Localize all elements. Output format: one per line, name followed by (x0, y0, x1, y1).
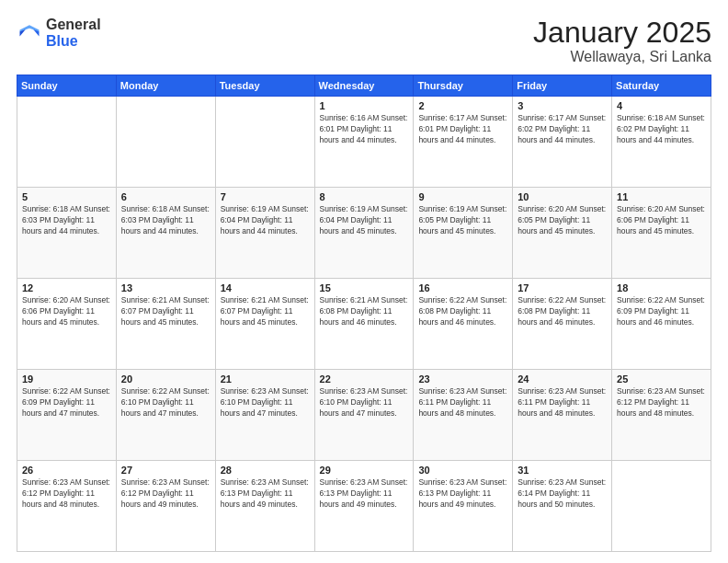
day-info: Sunrise: 6:17 AM Sunset: 6:01 PM Dayligh… (418, 113, 507, 146)
day-number: 19 (22, 373, 111, 385)
table-row: 31Sunrise: 6:23 AM Sunset: 6:14 PM Dayli… (513, 461, 612, 552)
col-monday: Monday (116, 75, 215, 97)
day-info: Sunrise: 6:23 AM Sunset: 6:11 PM Dayligh… (418, 386, 507, 419)
day-number: 16 (418, 282, 507, 293)
col-wednesday: Wednesday (314, 75, 414, 97)
table-row: 14Sunrise: 6:21 AM Sunset: 6:07 PM Dayli… (215, 279, 314, 370)
day-info: Sunrise: 6:18 AM Sunset: 6:03 PM Dayligh… (22, 204, 111, 237)
day-number: 28 (221, 465, 310, 476)
table-row: 29Sunrise: 6:23 AM Sunset: 6:13 PM Dayli… (314, 461, 414, 552)
day-info: Sunrise: 6:23 AM Sunset: 6:13 PM Dayligh… (221, 477, 310, 511)
calendar-title: January 2025 (533, 17, 711, 49)
col-friday: Friday (513, 75, 612, 97)
day-info: Sunrise: 6:21 AM Sunset: 6:07 PM Dayligh… (221, 295, 310, 328)
day-number: 3 (518, 100, 607, 111)
day-number: 1 (320, 100, 409, 111)
day-info: Sunrise: 6:21 AM Sunset: 6:08 PM Dayligh… (320, 295, 409, 328)
table-row (17, 97, 117, 188)
table-row: 16Sunrise: 6:22 AM Sunset: 6:08 PM Dayli… (414, 279, 513, 370)
table-row: 17Sunrise: 6:22 AM Sunset: 6:08 PM Dayli… (513, 279, 612, 370)
day-number: 22 (320, 373, 409, 385)
day-info: Sunrise: 6:20 AM Sunset: 6:06 PM Dayligh… (22, 295, 111, 328)
table-row: 6Sunrise: 6:18 AM Sunset: 6:03 PM Daylig… (116, 188, 215, 279)
day-info: Sunrise: 6:22 AM Sunset: 6:09 PM Dayligh… (22, 386, 111, 419)
day-number: 12 (22, 282, 111, 293)
table-row: 22Sunrise: 6:23 AM Sunset: 6:10 PM Dayli… (314, 370, 414, 461)
day-info: Sunrise: 6:20 AM Sunset: 6:05 PM Dayligh… (518, 204, 607, 237)
table-row: 9Sunrise: 6:19 AM Sunset: 6:05 PM Daylig… (414, 188, 513, 279)
table-row: 28Sunrise: 6:23 AM Sunset: 6:13 PM Dayli… (215, 461, 314, 552)
day-info: Sunrise: 6:23 AM Sunset: 6:12 PM Dayligh… (121, 477, 210, 511)
header: General Blue January 2025 Wellawaya, Sri… (17, 17, 711, 65)
day-number: 11 (617, 191, 706, 202)
table-row: 2Sunrise: 6:17 AM Sunset: 6:01 PM Daylig… (414, 97, 513, 188)
calendar-week-row: 12Sunrise: 6:20 AM Sunset: 6:06 PM Dayli… (17, 279, 711, 370)
table-row: 7Sunrise: 6:19 AM Sunset: 6:04 PM Daylig… (215, 188, 314, 279)
day-number: 25 (617, 373, 706, 385)
day-info: Sunrise: 6:17 AM Sunset: 6:02 PM Dayligh… (518, 113, 607, 146)
day-number: 20 (121, 373, 210, 385)
table-row (116, 97, 215, 188)
day-number: 24 (518, 373, 607, 385)
calendar-week-row: 1Sunrise: 6:16 AM Sunset: 6:01 PM Daylig… (17, 97, 711, 188)
generalblue-logo-icon (17, 20, 42, 46)
table-row: 1Sunrise: 6:16 AM Sunset: 6:01 PM Daylig… (314, 97, 414, 188)
day-info: Sunrise: 6:18 AM Sunset: 6:03 PM Dayligh… (121, 204, 210, 237)
table-row (612, 461, 711, 552)
table-row: 11Sunrise: 6:20 AM Sunset: 6:06 PM Dayli… (612, 188, 711, 279)
logo-text: General Blue (46, 17, 101, 49)
col-tuesday: Tuesday (215, 75, 314, 97)
logo: General Blue (17, 17, 101, 49)
day-number: 26 (22, 465, 111, 476)
day-info: Sunrise: 6:19 AM Sunset: 6:04 PM Dayligh… (320, 204, 409, 237)
day-info: Sunrise: 6:22 AM Sunset: 6:08 PM Dayligh… (418, 295, 507, 328)
calendar-table: Sunday Monday Tuesday Wednesday Thursday… (17, 75, 711, 552)
calendar-week-row: 19Sunrise: 6:22 AM Sunset: 6:09 PM Dayli… (17, 370, 711, 461)
table-row: 25Sunrise: 6:23 AM Sunset: 6:12 PM Dayli… (612, 370, 711, 461)
page: General Blue January 2025 Wellawaya, Sri… (0, 0, 728, 563)
day-number: 2 (418, 100, 507, 111)
table-row: 5Sunrise: 6:18 AM Sunset: 6:03 PM Daylig… (17, 188, 117, 279)
day-info: Sunrise: 6:18 AM Sunset: 6:02 PM Dayligh… (617, 113, 706, 146)
day-info: Sunrise: 6:23 AM Sunset: 6:11 PM Dayligh… (518, 386, 607, 419)
table-row: 21Sunrise: 6:23 AM Sunset: 6:10 PM Dayli… (215, 370, 314, 461)
day-number: 6 (121, 191, 210, 202)
day-info: Sunrise: 6:19 AM Sunset: 6:04 PM Dayligh… (221, 204, 310, 237)
day-number: 10 (518, 191, 607, 202)
day-info: Sunrise: 6:23 AM Sunset: 6:14 PM Dayligh… (518, 477, 607, 511)
day-info: Sunrise: 6:23 AM Sunset: 6:10 PM Dayligh… (221, 386, 310, 419)
table-row: 20Sunrise: 6:22 AM Sunset: 6:10 PM Dayli… (116, 370, 215, 461)
table-row: 10Sunrise: 6:20 AM Sunset: 6:05 PM Dayli… (513, 188, 612, 279)
day-number: 13 (121, 282, 210, 293)
table-row (215, 97, 314, 188)
calendar-week-row: 5Sunrise: 6:18 AM Sunset: 6:03 PM Daylig… (17, 188, 711, 279)
day-info: Sunrise: 6:23 AM Sunset: 6:13 PM Dayligh… (418, 477, 507, 511)
day-number: 4 (617, 100, 706, 111)
col-saturday: Saturday (612, 75, 711, 97)
table-row: 12Sunrise: 6:20 AM Sunset: 6:06 PM Dayli… (17, 279, 117, 370)
day-info: Sunrise: 6:23 AM Sunset: 6:12 PM Dayligh… (617, 386, 706, 419)
day-info: Sunrise: 6:23 AM Sunset: 6:12 PM Dayligh… (22, 477, 111, 511)
day-number: 14 (221, 282, 310, 293)
day-info: Sunrise: 6:23 AM Sunset: 6:13 PM Dayligh… (320, 477, 409, 511)
table-row: 15Sunrise: 6:21 AM Sunset: 6:08 PM Dayli… (314, 279, 414, 370)
day-number: 5 (22, 191, 111, 202)
day-number: 7 (221, 191, 310, 202)
logo-general-text: General (46, 17, 101, 33)
day-number: 23 (418, 373, 507, 385)
day-info: Sunrise: 6:20 AM Sunset: 6:06 PM Dayligh… (617, 204, 706, 237)
day-number: 31 (518, 465, 607, 476)
day-number: 21 (221, 373, 310, 385)
calendar-header-row: Sunday Monday Tuesday Wednesday Thursday… (17, 75, 711, 97)
day-number: 29 (320, 465, 409, 476)
table-row: 27Sunrise: 6:23 AM Sunset: 6:12 PM Dayli… (116, 461, 215, 552)
table-row: 4Sunrise: 6:18 AM Sunset: 6:02 PM Daylig… (612, 97, 711, 188)
table-row: 8Sunrise: 6:19 AM Sunset: 6:04 PM Daylig… (314, 188, 414, 279)
day-info: Sunrise: 6:23 AM Sunset: 6:10 PM Dayligh… (320, 386, 409, 419)
table-row: 23Sunrise: 6:23 AM Sunset: 6:11 PM Dayli… (414, 370, 513, 461)
day-info: Sunrise: 6:22 AM Sunset: 6:10 PM Dayligh… (121, 386, 210, 419)
calendar-location: Wellawaya, Sri Lanka (533, 49, 711, 65)
day-number: 15 (320, 282, 409, 293)
table-row: 19Sunrise: 6:22 AM Sunset: 6:09 PM Dayli… (17, 370, 117, 461)
day-number: 9 (418, 191, 507, 202)
